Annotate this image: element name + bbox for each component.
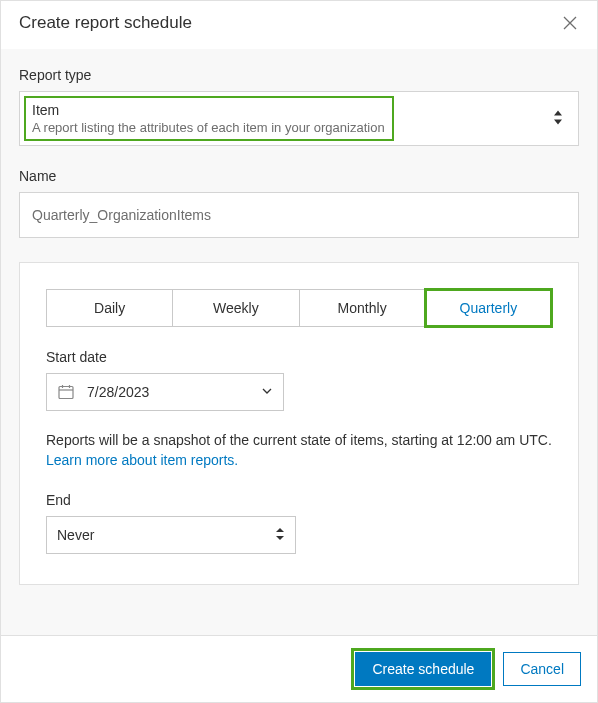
name-input[interactable]: Quarterly_OrganizationItems <box>19 192 579 238</box>
report-type-selected-title: Item <box>32 102 538 118</box>
end-field: End Never <box>46 492 552 554</box>
name-input-value: Quarterly_OrganizationItems <box>32 207 211 223</box>
report-type-label: Report type <box>19 67 579 83</box>
tab-weekly[interactable]: Weekly <box>173 290 299 326</box>
tab-label: Weekly <box>213 300 259 316</box>
create-schedule-button[interactable]: Create schedule <box>355 652 491 686</box>
info-sentence: Reports will be a snapshot of the curren… <box>46 432 552 448</box>
start-date-label: Start date <box>46 349 552 365</box>
frequency-tabs: Daily Weekly Monthly Quarterly <box>46 289 552 327</box>
start-date-value: 7/28/2023 <box>87 384 249 400</box>
end-label: End <box>46 492 552 508</box>
tab-daily[interactable]: Daily <box>47 290 173 326</box>
sort-icon <box>552 109 564 128</box>
dialog-body: Report type Item A report listing the at… <box>1 49 597 635</box>
end-value: Never <box>57 527 94 543</box>
start-date-input[interactable]: 7/28/2023 <box>46 373 284 411</box>
schedule-card: Daily Weekly Monthly Quarterly Start dat… <box>19 262 579 585</box>
name-label: Name <box>19 168 579 184</box>
tab-label: Quarterly <box>460 300 518 316</box>
button-label: Cancel <box>520 661 564 677</box>
start-date-field: Start date 7/28/2023 <box>46 349 552 411</box>
cancel-button[interactable]: Cancel <box>503 652 581 686</box>
calendar-icon <box>57 383 75 401</box>
tab-label: Daily <box>94 300 125 316</box>
dialog-title: Create report schedule <box>19 13 192 33</box>
chevron-down-icon <box>261 384 273 400</box>
learn-more-link[interactable]: Learn more about item reports. <box>46 452 238 468</box>
end-select[interactable]: Never <box>46 516 296 554</box>
report-type-selected-description: A report listing the attributes of each … <box>32 120 538 135</box>
svg-rect-0 <box>59 387 73 399</box>
close-icon <box>562 15 578 31</box>
report-type-select[interactable]: Item A report listing the attributes of … <box>19 91 579 146</box>
info-text: Reports will be a snapshot of the curren… <box>46 431 552 470</box>
create-report-schedule-dialog: Create report schedule Report type Item … <box>0 0 598 703</box>
tab-monthly[interactable]: Monthly <box>300 290 426 326</box>
tab-label: Monthly <box>338 300 387 316</box>
button-label: Create schedule <box>372 661 474 677</box>
close-button[interactable] <box>561 14 579 32</box>
tab-quarterly[interactable]: Quarterly <box>426 290 551 326</box>
dialog-header: Create report schedule <box>1 1 597 49</box>
sort-icon <box>275 527 285 544</box>
dialog-footer: Create schedule Cancel <box>1 635 597 702</box>
